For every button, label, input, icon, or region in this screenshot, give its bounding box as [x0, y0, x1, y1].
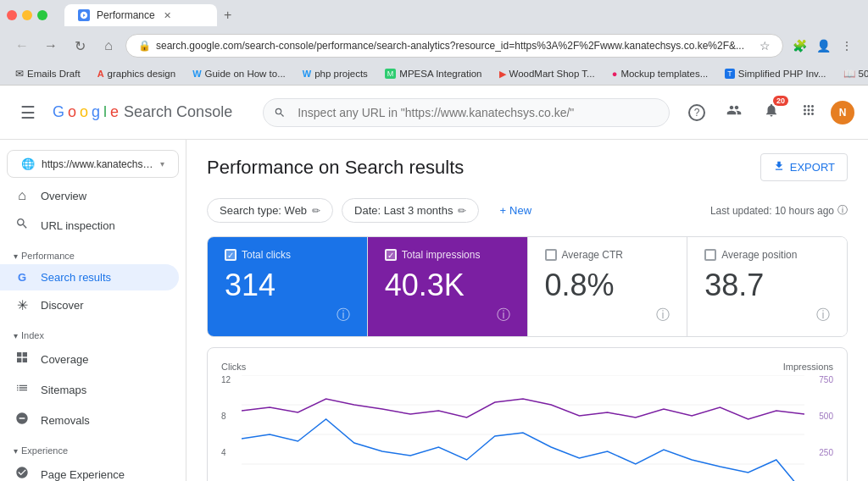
bookmark-mpesa[interactable]: M MPESA Integration: [380, 67, 487, 80]
browser-tab-active[interactable]: Performance ✕: [64, 4, 217, 26]
search-type-filter[interactable]: Search type: Web ✏: [207, 198, 333, 223]
bookmark-woodmart[interactable]: ▶ WoodMart Shop T...: [494, 67, 600, 81]
new-label: New: [509, 204, 531, 217]
extensions-btn[interactable]: 🧩: [788, 35, 810, 57]
new-tab-button[interactable]: +: [220, 4, 235, 26]
chart-y-axis-left: 12 8 4 0: [221, 375, 238, 481]
bookmark-mpesa-label: MPESA Integration: [399, 69, 481, 79]
metrics-row: ✓ Total clicks 314 ⓘ ✓ Total impression: [207, 236, 848, 337]
search-type-label: Search type: Web: [220, 204, 307, 217]
hamburger-button[interactable]: ☰: [14, 96, 42, 130]
impressions-checkbox[interactable]: ✓: [385, 249, 397, 261]
page: ☰ Google Search Console ? 20: [0, 86, 868, 481]
export-label: EXPORT: [790, 161, 835, 174]
dot-green[interactable]: [37, 10, 47, 20]
profile-btn[interactable]: 👤: [812, 35, 834, 57]
url-inspection-icon: [14, 217, 31, 234]
plus-icon: +: [499, 204, 506, 217]
date-filter[interactable]: Date: Last 3 months ✏: [342, 198, 479, 223]
search-input[interactable]: [263, 98, 670, 127]
sidebar-item-search-results[interactable]: G Search results: [0, 264, 179, 290]
property-name: https://www.kanatechsys...: [42, 158, 153, 170]
metric-total-clicks[interactable]: ✓ Total clicks 314 ⓘ: [208, 237, 368, 336]
performance-section-label[interactable]: ▾ Performance: [0, 244, 186, 264]
back-button[interactable]: ←: [10, 34, 34, 58]
overview-icon: ⌂: [14, 188, 31, 203]
new-filter-button[interactable]: + New: [487, 199, 543, 222]
bookmark-php[interactable]: W php projects: [298, 67, 373, 80]
impressions-info-icon[interactable]: ⓘ: [385, 307, 510, 324]
bookmark-guide-label: Guide on How to...: [205, 69, 286, 79]
y-right-750: 750: [811, 375, 833, 384]
position-checkbox[interactable]: [704, 249, 716, 261]
export-button[interactable]: EXPORT: [760, 153, 848, 181]
user-avatar[interactable]: N: [831, 101, 854, 124]
bookmark-star-icon[interactable]: ☆: [760, 39, 771, 53]
y-right-500: 500: [811, 412, 833, 421]
bookmark-php-inv[interactable]: T Simplified PHP Inv...: [720, 67, 831, 80]
sitemaps-icon: [14, 381, 31, 398]
bookmark-mockup[interactable]: ● Mockup templates...: [607, 67, 714, 80]
property-chevron: ▾: [160, 159, 164, 169]
url-box[interactable]: 🔒 search.google.com/search-console/perfo…: [125, 34, 783, 58]
dot-yellow[interactable]: [22, 10, 32, 20]
browser-actions: 🧩 👤 ⋮: [788, 35, 858, 57]
sidebar-item-coverage[interactable]: Coverage: [0, 344, 179, 374]
bookmark-graphics[interactable]: A graphics design: [92, 67, 181, 80]
sidebar-item-overview-label: Overview: [41, 190, 86, 202]
logo-g: G: [53, 103, 64, 121]
position-info-icon[interactable]: ⓘ: [704, 307, 830, 324]
dot-red[interactable]: [7, 10, 17, 20]
metric-total-impressions[interactable]: ✓ Total impressions 40.3K ⓘ: [368, 237, 528, 336]
logo-e: e: [110, 103, 119, 121]
metric-impressions-header: ✓ Total impressions: [385, 249, 510, 261]
metric-avg-position[interactable]: Average position 38.7 ⓘ: [687, 237, 847, 336]
apps-button[interactable]: [793, 97, 824, 128]
y-right-250: 250: [811, 448, 833, 457]
sidebar-item-overview[interactable]: ⌂ Overview: [0, 181, 179, 210]
menu-btn[interactable]: ⋮: [836, 35, 858, 57]
metric-ctr-header: Average CTR: [545, 249, 670, 261]
removals-icon: [14, 412, 31, 428]
home-button[interactable]: ⌂: [97, 34, 120, 58]
metric-position-header: Average position: [704, 249, 830, 261]
bookmarks-bar: ✉ Emails Draft A graphics design W Guide…: [0, 64, 868, 86]
manage-users-button[interactable]: [719, 97, 749, 128]
metric-avg-ctr[interactable]: Average CTR 0.8% ⓘ: [528, 237, 688, 336]
forward-button[interactable]: →: [39, 34, 63, 58]
refresh-button[interactable]: ↻: [68, 34, 92, 58]
bookmark-guide-icon: W: [192, 69, 201, 79]
experience-section-label[interactable]: ▾ Experience: [0, 439, 186, 459]
apps-icon: [801, 102, 816, 122]
ctr-info-icon[interactable]: ⓘ: [545, 307, 670, 324]
help-button[interactable]: ?: [682, 97, 712, 128]
index-section-label[interactable]: ▾ Index: [0, 323, 186, 344]
bookmark-woodmart-icon: ▶: [499, 69, 506, 80]
url-text: search.google.com/search-console/perform…: [156, 40, 754, 52]
clicks-info-icon[interactable]: ⓘ: [225, 307, 350, 324]
bookmark-graphics-icon: A: [97, 69, 104, 79]
header-actions: ? 20 N: [682, 97, 854, 128]
sidebar-item-page-experience[interactable]: Page Experience: [0, 459, 179, 481]
bookmark-guide[interactable]: W Guide on How to...: [187, 67, 291, 80]
ctr-checkbox[interactable]: [545, 249, 557, 261]
metric-clicks-header: ✓ Total clicks: [225, 249, 350, 261]
bookmark-emails[interactable]: ✉ Emails Draft: [10, 66, 86, 81]
experience-label-text: Experience: [21, 445, 68, 456]
help-icon: ?: [688, 104, 705, 121]
chart-area: 12 8 4 0 750 500 250 0: [221, 375, 833, 481]
sidebar: 🌐 https://www.kanatechsys... ▾ ⌂ Overvie…: [0, 140, 186, 481]
notifications-button[interactable]: 20: [756, 97, 787, 128]
bookmark-50free[interactable]: 📖 50 Free to Use An...: [838, 66, 868, 81]
tab-close-btn[interactable]: ✕: [162, 9, 174, 21]
sidebar-item-url-inspection[interactable]: URL inspection: [0, 210, 179, 240]
clicks-checkbox[interactable]: ✓: [225, 249, 236, 261]
sidebar-item-sitemaps[interactable]: Sitemaps: [0, 374, 179, 405]
gsc-search-box[interactable]: [263, 98, 670, 127]
sidebar-item-discover[interactable]: ✳ Discover: [0, 290, 179, 320]
ctr-value: 0.8%: [545, 268, 670, 303]
sidebar-item-url-inspection-label: URL inspection: [41, 219, 115, 232]
search-type-edit-icon: ✏: [312, 205, 320, 217]
sidebar-item-removals[interactable]: Removals: [0, 405, 179, 435]
property-selector[interactable]: 🌐 https://www.kanatechsys... ▾: [7, 150, 179, 178]
